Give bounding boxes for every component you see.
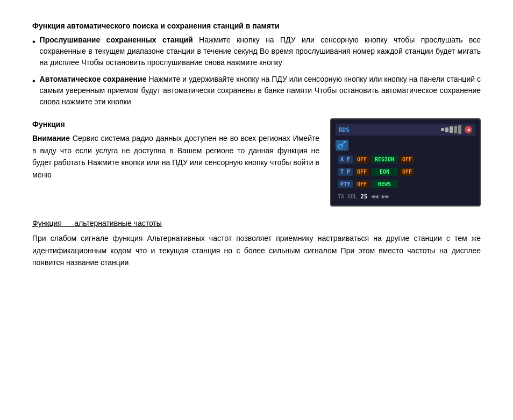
bullet-text-2: Автоматическое сохранение Нажмите и удер…: [40, 74, 481, 108]
rds-satellite-icon: [336, 140, 348, 151]
rds-key-pty: PTY: [338, 180, 353, 188]
rds-warning-label: Внимание: [32, 134, 70, 143]
rds-row-af: A F OFF REGION OFF: [336, 154, 475, 165]
rds-off-af1: OFF: [355, 155, 369, 163]
signal-bar-5: [458, 125, 461, 134]
rds-off-af2: OFF: [400, 155, 414, 163]
rds-val-region: REGION: [371, 155, 398, 163]
rds-header-label: RDS: [339, 126, 350, 133]
svg-point-2: [344, 141, 346, 143]
signal-bar-3: [450, 126, 453, 133]
rds-row-tp: T P OFF EON OFF: [336, 167, 475, 177]
af-title-part2: альтернативные частоты: [74, 219, 162, 227]
rds-icon-row: [336, 139, 475, 152]
rds-nav-prev: ◀◀: [370, 193, 378, 200]
rds-val-news: NEWS: [371, 180, 398, 188]
rds-text-block: Функция Внимание Сервис система радио да…: [32, 118, 319, 181]
rds-section: Функция Внимание Сервис система радио да…: [32, 118, 481, 207]
rds-vol-value: 25: [360, 193, 367, 200]
rds-val-eon: EON: [371, 168, 398, 176]
rds-off-tp2: OFF: [400, 168, 414, 176]
auto-search-title: Функция автоматического поиска и сохране…: [32, 22, 481, 30]
bullet-text-1: Прослушивание сохраненных станций Нажмит…: [40, 34, 481, 68]
rds-header: RDS ◀: [336, 124, 475, 136]
rds-row-pty: PTY OFF NEWS: [336, 179, 475, 189]
rds-arrow-icon: ◀: [465, 126, 472, 133]
rds-display-container: RDS ◀: [330, 118, 481, 207]
rds-signal: ◀: [441, 125, 472, 134]
rds-key-af: A F: [338, 155, 353, 163]
bullet-dot-2: •: [32, 75, 35, 88]
rds-key-tp: T P: [338, 168, 353, 176]
rds-display: RDS ◀: [330, 118, 481, 207]
signal-bar-2: [445, 127, 448, 132]
bullet-label-2: Автоматическое сохранение: [40, 75, 147, 83]
bullet-dot: •: [32, 35, 35, 48]
signal-bar-1: [441, 128, 444, 131]
af-title: Функция альтернативные частоты: [32, 217, 481, 229]
bullet-label-1: Прослушивание сохраненных станций: [40, 35, 193, 44]
list-item: • Автоматическое сохранение Нажмите и уд…: [32, 74, 481, 108]
af-title-part1: Функция: [32, 219, 62, 227]
bullet-list: • Прослушивание сохраненных станций Нажм…: [32, 34, 481, 108]
rds-vol-label: TA VOL: [338, 194, 357, 200]
rds-off-pty: OFF: [355, 180, 369, 188]
rds-nav-next: ▶▶: [382, 193, 389, 200]
af-section: Функция альтернативные частоты При слабо…: [32, 217, 481, 269]
rds-function-label: Функция: [32, 120, 65, 129]
list-item: • Прослушивание сохраненных станций Нажм…: [32, 34, 481, 68]
af-text: При слабом сигнале функция Альтернативны…: [32, 232, 481, 268]
rds-off-tp1: OFF: [355, 168, 369, 176]
rds-vol-row: TA VOL 25 ◀◀ ▶▶: [336, 191, 475, 201]
rds-description: Сервис система радио данных доступен не …: [32, 134, 319, 179]
signal-bar-4: [454, 126, 457, 133]
